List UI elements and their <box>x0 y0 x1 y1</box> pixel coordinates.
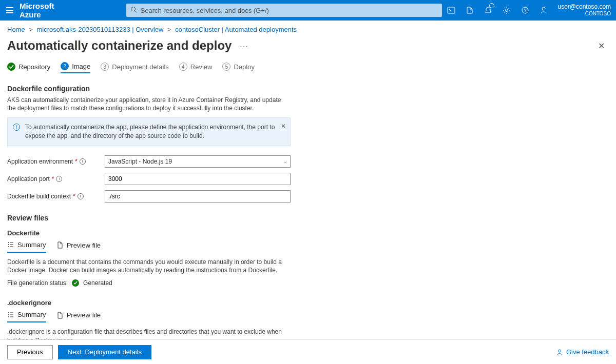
dockerignore-heading: .dockerignore <box>7 299 291 307</box>
svg-point-15 <box>8 314 9 315</box>
page-title: Automatically containerize and deploy <box>7 38 232 53</box>
search-input[interactable] <box>126 4 442 17</box>
svg-text:?: ? <box>524 8 526 13</box>
check-icon <box>7 63 15 71</box>
review-files: Review files Dockerfile Summary Preview … <box>7 214 291 357</box>
section-title: Dockerfile configuration <box>7 85 291 93</box>
label-app-env: Application environment * i <box>7 158 105 165</box>
row-app-env: Application environment * i JavaScript -… <box>7 155 291 168</box>
list-icon <box>7 311 14 318</box>
svg-point-0 <box>131 7 135 11</box>
tenant-label: CONTOSO <box>558 10 611 17</box>
tab-preview-file[interactable]: Preview file <box>56 311 101 322</box>
info-icon: i <box>13 124 20 131</box>
dockerfile-desc: Dockerfile is a document that contains t… <box>7 258 291 274</box>
topbar-actions: ? user@contoso.com CONTOSO <box>442 0 611 21</box>
person-icon <box>556 349 563 356</box>
step-number: 2 <box>61 62 69 70</box>
svg-point-13 <box>8 312 9 313</box>
file-icon <box>56 312 64 319</box>
step-number: 4 <box>179 63 187 71</box>
main-content: Dockerfile configuration AKS can automat… <box>0 79 298 357</box>
wizard-footer: Previous Next: Deployment details Give f… <box>0 339 616 364</box>
more-actions-icon[interactable]: ··· <box>240 42 248 50</box>
svg-point-17 <box>8 316 9 317</box>
row-build-context: Dockerfile build context * i <box>7 190 291 203</box>
top-nav: Microsoft Azure ? user@contoso.com CONTO… <box>0 0 616 21</box>
svg-line-1 <box>134 11 137 13</box>
step-deployment-details[interactable]: 3 Deployment details <box>101 62 169 73</box>
notifications-icon[interactable] <box>479 0 497 21</box>
svg-point-9 <box>8 244 9 245</box>
chevron-down-icon: ⌵ <box>284 158 287 164</box>
step-repository[interactable]: Repository <box>7 62 50 73</box>
review-files-title: Review files <box>7 214 291 222</box>
input-build-context[interactable] <box>105 190 291 203</box>
dockerfile-heading: Dockerfile <box>7 229 291 237</box>
step-deploy[interactable]: 5 Deploy <box>222 62 254 73</box>
svg-rect-2 <box>448 7 455 13</box>
wizard-steps: Repository 2 Image 3 Deployment details … <box>0 62 616 79</box>
label-app-port: Application port * i <box>7 175 105 183</box>
crumb-deployment[interactable]: microsoft.aks-20230510113233 | Overview <box>37 26 164 33</box>
svg-point-6 <box>542 7 545 10</box>
cloud-shell-icon[interactable] <box>442 0 460 21</box>
user-block[interactable]: user@contoso.com CONTOSO <box>558 3 611 17</box>
notification-badge <box>489 3 494 8</box>
info-message: i To automatically containerize the app,… <box>7 117 291 146</box>
svg-point-11 <box>8 246 9 247</box>
help-hint-icon[interactable]: i <box>80 158 86 165</box>
crumb-home[interactable]: Home <box>7 26 25 33</box>
row-app-port: Application port * i <box>7 173 291 185</box>
svg-point-3 <box>505 9 508 12</box>
step-number: 3 <box>101 63 109 71</box>
file-icon <box>56 241 64 249</box>
step-review[interactable]: 4 Review <box>179 62 213 73</box>
page-header: Automatically containerize and deploy ··… <box>0 35 616 62</box>
list-icon <box>7 241 14 248</box>
crumb-cluster[interactable]: contosoCluster | Automated deployments <box>175 26 297 33</box>
tab-summary[interactable]: Summary <box>7 241 46 253</box>
help-icon[interactable]: ? <box>516 0 534 21</box>
close-icon[interactable]: ✕ <box>594 39 609 53</box>
dockerignore-tabs: Summary Preview file <box>7 311 291 322</box>
input-app-port[interactable] <box>105 173 291 185</box>
dockerfile-tabs: Summary Preview file <box>7 241 291 253</box>
help-hint-icon[interactable]: i <box>78 193 84 199</box>
svg-point-7 <box>8 242 9 243</box>
directory-icon[interactable] <box>460 0 479 21</box>
feedback-icon[interactable] <box>534 0 553 21</box>
section-desc: AKS can automatically containerize your … <box>7 96 291 112</box>
previous-button[interactable]: Previous <box>7 345 53 359</box>
success-icon <box>72 279 79 287</box>
user-email: user@contoso.com <box>558 3 611 10</box>
dismiss-info-icon[interactable]: ✕ <box>281 122 286 131</box>
next-button[interactable]: Next: Deployment details <box>58 345 152 359</box>
brand-label: Microsoft Azure <box>20 2 54 19</box>
label-build-context: Dockerfile build context * i <box>7 193 105 200</box>
tab-preview-file[interactable]: Preview file <box>56 241 101 253</box>
settings-icon[interactable] <box>497 0 516 21</box>
step-number: 5 <box>222 63 230 71</box>
step-image[interactable]: 2 Image <box>61 62 90 73</box>
svg-point-19 <box>558 350 561 352</box>
search-icon <box>130 6 138 13</box>
give-feedback-link[interactable]: Give feedback <box>556 348 609 356</box>
tab-summary[interactable]: Summary <box>7 311 46 322</box>
search-wrap <box>126 4 442 17</box>
menu-icon[interactable] <box>6 5 13 15</box>
dockerfile-status: File generation status: Generated <box>7 279 291 287</box>
help-hint-icon[interactable]: i <box>56 176 62 182</box>
select-app-env[interactable]: JavaScript - Node.js 19 ⌵ <box>105 155 291 168</box>
breadcrumb: Home > microsoft.aks-20230510113233 | Ov… <box>0 21 616 35</box>
